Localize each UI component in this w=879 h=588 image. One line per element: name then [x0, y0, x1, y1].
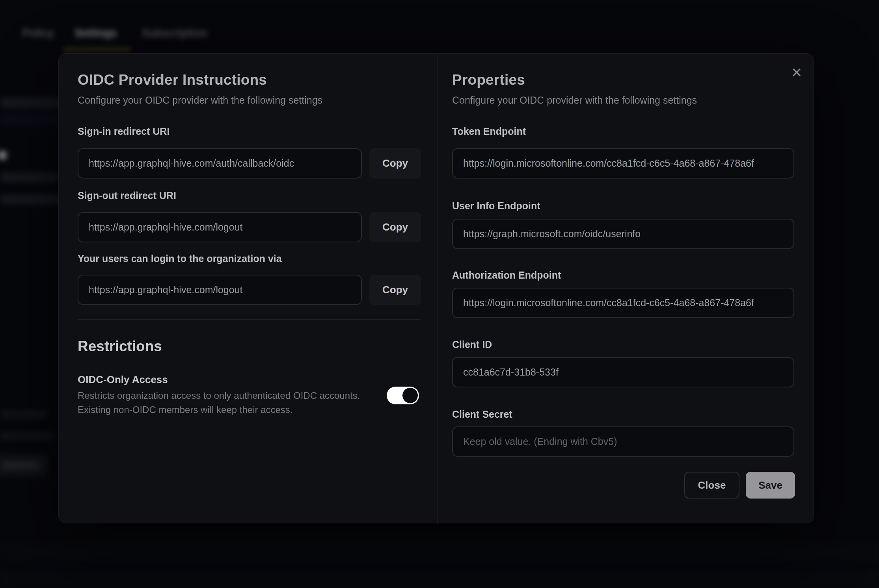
oidc-only-access-description: Restricts organization access to only au…: [78, 389, 360, 417]
client-id-label: Client ID: [452, 339, 492, 350]
userinfo-endpoint-label: User Info Endpoint: [452, 200, 540, 212]
oidc-settings-modal: ✕ OIDC Provider Instructions Configure y…: [58, 53, 814, 523]
client-secret-label: Client Secret: [452, 409, 512, 420]
restrictions-title: Restrictions: [78, 338, 162, 355]
column-divider: [437, 54, 438, 524]
close-button[interactable]: Close: [684, 472, 739, 499]
description-line: Restricts organization access to only au…: [78, 389, 360, 403]
signin-redirect-input[interactable]: [78, 148, 362, 179]
restrictions-divider: [78, 319, 420, 320]
oidc-only-access-toggle[interactable]: [387, 387, 419, 404]
signout-redirect-input[interactable]: [78, 212, 362, 242]
login-via-label: Your users can login to the organization…: [78, 253, 282, 264]
login-via-input[interactable]: [78, 275, 362, 305]
description-line: Existing non-OIDC members will keep thei…: [78, 403, 360, 417]
properties-title: Properties: [452, 72, 525, 88]
instructions-title: OIDC Provider Instructions: [78, 72, 267, 88]
userinfo-endpoint-input[interactable]: [452, 219, 794, 249]
instructions-subtitle: Configure your OIDC provider with the fo…: [78, 95, 322, 106]
save-button[interactable]: Save: [746, 472, 795, 499]
toggle-knob: [402, 388, 418, 403]
client-id-input[interactable]: [452, 357, 794, 387]
copy-button[interactable]: Copy: [369, 148, 421, 179]
signout-redirect-label: Sign-out redirect URI: [78, 190, 176, 201]
properties-subtitle: Configure your OIDC provider with the fo…: [452, 95, 697, 106]
copy-button[interactable]: Copy: [369, 212, 421, 242]
signin-redirect-label: Sign-in redirect URI: [78, 126, 169, 137]
token-endpoint-input[interactable]: [452, 148, 794, 179]
screen: Policy Settings Subscription ✕ OIDC Prov…: [0, 0, 879, 588]
authorization-endpoint-label: Authorization Endpoint: [452, 270, 561, 281]
oidc-only-access-label: OIDC-Only Access: [78, 374, 168, 386]
client-secret-input[interactable]: [452, 426, 794, 457]
token-endpoint-label: Token Endpoint: [452, 126, 526, 137]
close-icon[interactable]: ✕: [786, 62, 807, 83]
authorization-endpoint-input[interactable]: [452, 288, 794, 318]
copy-button[interactable]: Copy: [369, 275, 421, 305]
